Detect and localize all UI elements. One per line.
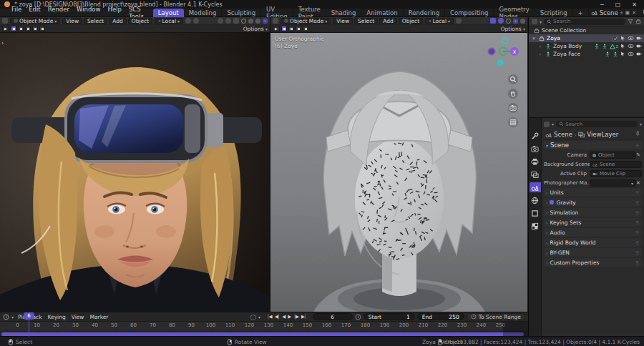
section-drag-handle[interactable]: ⠿ [636,250,640,255]
property-section-header[interactable]: › Gravity ⠿ [544,198,642,207]
workspace-tab[interactable]: Compositing [445,9,494,17]
selectable-cursor-icon[interactable] [620,51,625,56]
camera-view-icon[interactable] [508,103,518,113]
gravity-checkbox[interactable] [550,200,554,204]
shading-solid-icon[interactable] [248,19,253,24]
workspace-tab[interactable]: + [573,9,589,17]
select-mode-set-icon[interactable] [11,26,16,31]
shading-wireframe-icon[interactable] [241,19,246,24]
minimize-button[interactable]: ─ [600,1,604,8]
options-menu[interactable]: Options ▾ [243,26,268,32]
breadcrumb-viewlayer[interactable]: ViewLayer [587,131,618,138]
hide-eye-icon[interactable] [628,36,634,41]
transform-orientation-select[interactable]: ⌖ Local ▾ [155,18,183,24]
timeline-menu-item[interactable]: Keying [45,314,67,320]
maximize-button[interactable]: ▢ [615,1,621,8]
toggle-xray-icon[interactable] [490,18,496,24]
solid-view-canvas[interactable]: User Orthographic (6) Zoya › [270,33,527,312]
shading-solid-icon[interactable] [513,19,518,24]
viewport-menu-item[interactable]: Object [128,18,152,24]
clear-x-icon[interactable]: ✕ [636,180,642,186]
options-menu[interactable]: Options ▾ [501,26,525,32]
section-drag-handle[interactable]: ⠿ [636,240,640,245]
toolbar-expand-chevron[interactable]: › [1,40,4,46]
outliner-search-input[interactable] [553,19,623,24]
section-drag-handle[interactable]: ⠿ [636,200,640,205]
workspace-tab[interactable]: Modeling [184,9,223,17]
pin-icon[interactable] [635,131,640,137]
playhead[interactable]: 6 [24,312,34,320]
close-button[interactable]: ✕ [632,1,637,8]
tab-scene[interactable] [530,182,541,192]
tab-output[interactable] [530,157,541,167]
hide-eye-icon[interactable] [628,51,634,56]
viewport-menu-item[interactable]: View [62,18,82,24]
tab-world[interactable] [530,195,541,205]
outliner-row-zoya-face[interactable]: › Zoya Face [529,50,644,58]
property-section-header[interactable]: › Simulation ⠿ [544,208,642,217]
viewport-menu-item[interactable]: Select [354,18,378,24]
proportional-edit-icon[interactable] [193,18,199,24]
collapse-chevron[interactable]: ▾ [531,36,537,41]
transform-orientation-select[interactable]: ⌖ Local ▾ [425,18,454,24]
show-overlays-icon[interactable] [498,18,504,24]
toolbar-expand-chevron[interactable]: › [272,40,274,46]
editor-type-icon[interactable] [532,19,537,24]
select-mode-set-icon[interactable] [281,26,287,31]
selectable-cursor-icon[interactable] [620,36,625,41]
tab-texture[interactable] [530,221,541,231]
end-frame-field[interactable]: End 250 [417,313,464,320]
section-drag-handle[interactable]: ⠿ [636,260,640,265]
timeline-menu-item[interactable]: Marker [88,314,111,320]
property-section-header[interactable]: › Units ⠿ [544,188,642,197]
section-drag-handle[interactable]: ⠿ [636,230,640,235]
breadcrumb-scene[interactable]: Scene [554,131,572,138]
section-drag-handle[interactable]: ⠿ [636,210,640,215]
select-mode-invert-icon[interactable] [303,26,308,31]
workspace-tab[interactable]: Sculpting [222,9,261,17]
shading-material-icon[interactable] [255,19,260,24]
viewport-menu-item[interactable]: Add [379,18,397,24]
new-collection-icon[interactable] [635,19,641,24]
properties-search-input[interactable] [565,122,635,127]
editor-type-icon[interactable] [273,18,278,24]
panel-drag-handle[interactable]: ⠿ [636,143,640,148]
property-section-header[interactable]: › BY-GEN ⠿ [544,248,642,257]
scene-selector[interactable]: Scene ⌖ ▣ ✕ [589,9,638,16]
editor-type-icon[interactable] [2,18,8,24]
snap-magnet-icon[interactable] [456,18,462,24]
play-reverse-button[interactable]: ◀ [282,314,285,320]
property-section-header[interactable]: › Custom Properties ⠿ [544,258,642,267]
workspace-tab[interactable]: Shading [326,9,362,17]
editor-type-clock-icon[interactable] [3,314,9,320]
toggle-xray-icon[interactable] [233,18,239,24]
zoom-view-icon[interactable] [508,74,518,84]
active-clip-field[interactable]: Movie Clip [590,170,642,177]
shading-rendered-icon[interactable] [263,19,268,24]
viewport-menu-item[interactable]: Object [399,18,423,24]
jump-to-end-button[interactable]: ▶⏐ [301,314,306,320]
select-mode-subtract-icon[interactable] [296,26,301,31]
show-gizmo-icon[interactable] [218,18,223,24]
tab-view-layer[interactable] [530,169,541,179]
select-mode-intersect-icon[interactable] [39,26,45,31]
viewport-menu-item[interactable]: Add [109,18,127,24]
filter-icon[interactable] [628,19,633,24]
to-scene-range-button[interactable]: To Scene Range [467,313,525,320]
scene-panel-header[interactable]: ▾ Scene ⠿ [544,141,642,149]
section-drag-handle[interactable]: ⠿ [636,190,640,195]
workspace-tab[interactable]: Rendering [404,9,445,17]
auto-key-record-icon[interactable]: ◯ [250,314,256,320]
select-mode-subtract-icon[interactable] [25,26,31,31]
eyedropper-icon[interactable]: ✎ [636,152,642,158]
shading-wireframe-icon[interactable] [506,19,511,24]
pin-scene-icon[interactable]: ⌖ [620,10,623,16]
render-camera-icon[interactable] [636,44,642,49]
select-mode-extend-icon[interactable] [18,26,24,31]
shading-material-icon[interactable] [520,19,525,24]
rendered-view-canvas[interactable]: › [0,33,270,312]
workspace-tab[interactable]: Scripting [535,9,573,17]
mode-select[interactable]: Object Mode ▾ [280,18,331,24]
new-scene-icon[interactable]: ▣ [625,10,630,16]
mode-select[interactable]: Object Mode ▾ [10,18,60,24]
